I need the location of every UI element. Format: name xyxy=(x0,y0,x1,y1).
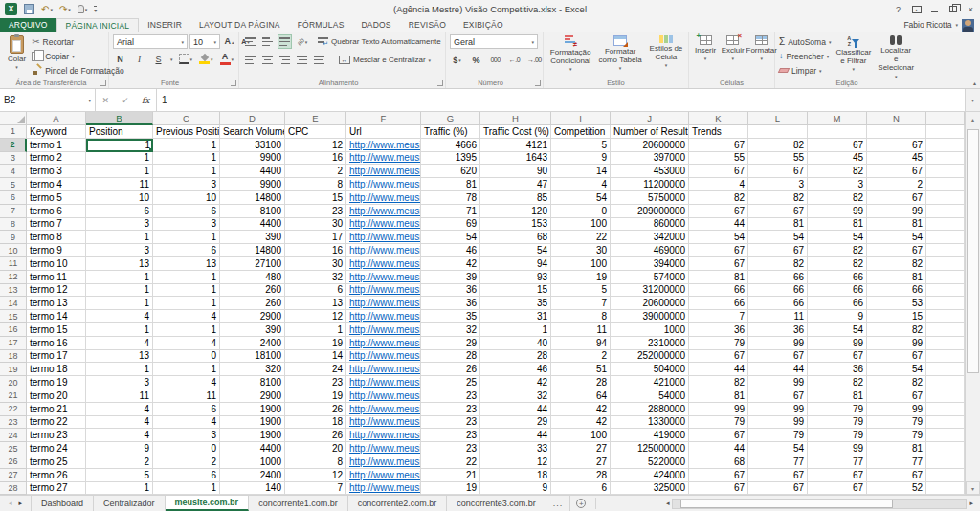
cell[interactable] xyxy=(926,271,965,284)
cell[interactable]: 81 xyxy=(867,218,926,232)
cell[interactable]: 67 xyxy=(867,244,926,257)
cell[interactable]: 209000000 xyxy=(611,205,689,218)
cell[interactable] xyxy=(926,337,965,350)
row-header-4[interactable]: 4 xyxy=(0,165,27,178)
restore-button[interactable] xyxy=(944,0,962,18)
cell[interactable]: 67 xyxy=(748,389,808,403)
row-header-16[interactable]: 16 xyxy=(0,323,27,337)
align-right-button[interactable] xyxy=(278,53,292,67)
cell[interactable]: 77 xyxy=(867,455,926,469)
cell[interactable]: 81 xyxy=(748,218,808,232)
cell[interactable] xyxy=(926,284,965,298)
cell[interactable]: 44 xyxy=(480,429,551,442)
cell[interactable]: 67 xyxy=(867,350,926,364)
row-header-8[interactable]: 8 xyxy=(0,218,27,232)
cell[interactable]: Search Volume xyxy=(220,125,285,139)
cell[interactable]: 67 xyxy=(689,429,748,442)
cell[interactable]: 4400 xyxy=(220,442,285,455)
font-family-combo[interactable]: Arial▾ xyxy=(113,34,188,49)
accounting-format-button[interactable]: $▾ xyxy=(450,53,464,67)
touch-mode-button[interactable]: ▾ xyxy=(78,5,88,13)
cell[interactable]: 140 xyxy=(220,482,285,495)
scroll-left-button[interactable]: ◂ xyxy=(663,500,673,507)
cell[interactable]: 6 xyxy=(285,284,346,298)
cell[interactable]: 4 xyxy=(153,376,220,389)
cell[interactable]: 99 xyxy=(867,403,926,416)
user-avatar[interactable] xyxy=(962,19,974,32)
number-dialog-launcher[interactable] xyxy=(535,80,541,86)
cell[interactable]: 4 xyxy=(153,337,220,350)
cell[interactable]: 82 xyxy=(808,244,867,257)
cell[interactable]: 421000 xyxy=(611,376,689,389)
cell[interactable] xyxy=(926,469,965,482)
cell[interactable]: 31 xyxy=(480,310,551,323)
cell[interactable]: 99 xyxy=(867,337,926,350)
cell[interactable]: 28 xyxy=(551,469,611,482)
cell[interactable]: 67 xyxy=(867,389,926,403)
row-header-12[interactable]: 12 xyxy=(0,271,27,284)
cell[interactable]: 19 xyxy=(551,271,611,284)
cell[interactable] xyxy=(926,152,965,166)
cell[interactable]: 82 xyxy=(808,191,867,205)
tab-inserir[interactable]: INSERIR xyxy=(139,18,190,32)
cell[interactable]: 27 xyxy=(551,442,611,455)
font-size-combo[interactable]: 10▾ xyxy=(189,34,220,49)
cell[interactable]: Trends xyxy=(689,125,748,139)
cell[interactable]: 81 xyxy=(808,218,867,232)
column-header-k[interactable]: K xyxy=(689,112,748,125)
cell[interactable]: 14800 xyxy=(220,191,285,205)
cell[interactable]: 9 xyxy=(551,152,611,166)
cell[interactable]: 1 xyxy=(86,363,153,376)
cell[interactable]: 79 xyxy=(867,429,926,442)
cell[interactable]: 54 xyxy=(480,244,551,257)
cell[interactable]: 28 xyxy=(480,350,551,364)
cell[interactable]: 13 xyxy=(153,257,220,271)
underline-dropdown-icon[interactable]: ▾ xyxy=(170,56,173,62)
cell[interactable]: Traffic Cost (%) xyxy=(480,125,551,139)
cell[interactable]: 67 xyxy=(689,165,748,178)
next-sheet-button[interactable]: ▸ xyxy=(19,500,23,507)
column-header-d[interactable]: D xyxy=(220,112,285,125)
cell[interactable]: 82 xyxy=(867,323,926,337)
cell[interactable]: 67 xyxy=(867,139,926,152)
cell[interactable]: 419000 xyxy=(611,429,689,442)
cell[interactable]: 44 xyxy=(480,403,551,416)
cell[interactable]: 19 xyxy=(285,389,346,403)
tab-arquivo[interactable]: ARQUIVO xyxy=(0,18,56,32)
cell[interactable]: 26 xyxy=(285,429,346,442)
cell[interactable]: 0 xyxy=(551,205,611,218)
cell[interactable]: 4400 xyxy=(220,165,285,178)
cell[interactable]: termo 8 xyxy=(27,231,86,244)
cell[interactable]: 54 xyxy=(867,363,926,376)
increase-font-button[interactable]: A▴ xyxy=(222,34,236,49)
cell[interactable]: 82 xyxy=(689,376,748,389)
cell[interactable]: 4400 xyxy=(220,218,285,232)
cell-link[interactable]: http://www.meusit xyxy=(346,257,421,271)
cell[interactable]: 35 xyxy=(421,310,480,323)
cell[interactable]: 1 xyxy=(86,139,153,152)
cell[interactable]: 1 xyxy=(285,323,346,337)
cell[interactable]: 6 xyxy=(86,205,153,218)
cell[interactable]: 47 xyxy=(480,178,551,191)
cell[interactable]: 1 xyxy=(480,323,551,337)
align-top-button[interactable] xyxy=(243,34,257,49)
fill-button[interactable]: ↓Preencher▾ xyxy=(779,49,831,63)
cell[interactable]: termo 19 xyxy=(27,376,86,389)
cell[interactable]: 82 xyxy=(689,191,748,205)
cell[interactable]: 81 xyxy=(867,442,926,455)
cell[interactable]: 2 xyxy=(551,350,611,364)
row-header-21[interactable]: 21 xyxy=(0,389,27,403)
cell[interactable]: 94 xyxy=(551,337,611,350)
cell[interactable]: 79 xyxy=(689,416,748,430)
cell[interactable]: 1 xyxy=(153,231,220,244)
cell[interactable]: termo 27 xyxy=(27,482,86,495)
cell[interactable]: 67 xyxy=(748,482,808,495)
cell[interactable] xyxy=(926,350,965,364)
cell[interactable]: 28 xyxy=(551,376,611,389)
cell[interactable]: 13 xyxy=(86,350,153,364)
format-cells-button[interactable]: Formatar ▾ xyxy=(747,34,775,62)
cell[interactable]: 79 xyxy=(867,416,926,430)
cell[interactable]: 100 xyxy=(551,257,611,271)
cell[interactable]: 9900 xyxy=(220,178,285,191)
cell-link[interactable]: http://www.meusit xyxy=(346,403,421,416)
